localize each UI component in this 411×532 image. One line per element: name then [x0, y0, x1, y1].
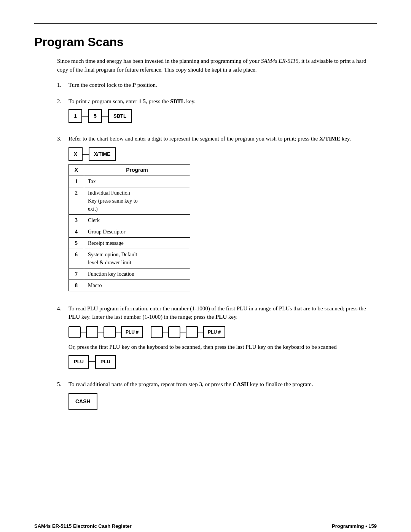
table-cell-program: Receipt message — [84, 237, 190, 249]
step-1-number: 1. — [57, 81, 68, 89]
table-row: 6 System option, Defaultlevel & drawer l… — [69, 249, 190, 268]
step-5-content: To read additional parts of the program,… — [68, 380, 377, 414]
step-2-content: To print a program scan, enter 1 5, pres… — [68, 97, 377, 127]
table-row: 5 Receipt message — [69, 237, 190, 249]
table-cell-x: 4 — [69, 226, 84, 237]
sq-key — [186, 326, 198, 338]
step-4-content: To read PLU program information, enter t… — [68, 304, 377, 372]
step-1-content: Turn the control lock to the P position. — [68, 81, 377, 89]
step-2-number: 2. — [57, 97, 68, 106]
page-footer: SAM4s ER-5115 Electronic Cash Register P… — [0, 520, 411, 532]
table-cell-program: Function key location — [84, 268, 190, 280]
sq-key — [151, 326, 163, 338]
table-cell-x: 8 — [69, 280, 84, 291]
table-cell-x: 3 — [69, 214, 84, 226]
key-plu-2: PLU — [95, 355, 116, 369]
sq-key — [86, 326, 98, 338]
table-cell-program: Individual FunctionKey (press same key t… — [84, 187, 190, 214]
plu-key-row: PLU # PLU # — [68, 326, 377, 338]
program-table: X Program 1 Tax 2 Individual FunctionKey… — [68, 164, 190, 291]
table-row: 7 Function key location — [69, 268, 190, 280]
table-row: 4 Group Descriptor — [69, 226, 190, 237]
step-1: 1. Turn the control lock to the P positi… — [57, 81, 377, 89]
step-3: 3. Refer to the chart below and enter a … — [57, 134, 377, 297]
plu-hash-key-1: PLU # — [121, 326, 143, 338]
table-cell-x: 7 — [69, 268, 84, 280]
plu-hash-key-2: PLU # — [203, 326, 225, 338]
table-row: 8 Macro — [69, 280, 190, 291]
key-1: 1 — [68, 109, 82, 123]
table-cell-program: Group Descriptor — [84, 226, 190, 237]
sq-key — [168, 326, 180, 338]
step-4-number: 4. — [57, 304, 68, 313]
step-3-content: Refer to the chart below and enter a dig… — [68, 134, 377, 297]
table-cell-program: Tax — [84, 176, 190, 187]
key-x: X — [68, 147, 83, 161]
step-4: 4. To read PLU program information, ente… — [57, 304, 377, 372]
cash-key-row: CASH — [68, 393, 377, 410]
table-cell-x: 5 — [69, 237, 84, 249]
table-cell-x: 2 — [69, 187, 84, 214]
table-cell-program: Clerk — [84, 214, 190, 226]
sq-key — [104, 326, 116, 338]
step-5: 5. To read additional parts of the progr… — [57, 380, 377, 414]
step-2: 2. To print a program scan, enter 1 5, p… — [57, 97, 377, 127]
table-cell-program: Macro — [84, 280, 190, 291]
footer-left: SAM4s ER-5115 Electronic Cash Register — [34, 523, 132, 529]
key-row-xtime: X X/TIME — [68, 147, 377, 161]
key-sbtl: SBTL — [108, 109, 132, 123]
table-cell-x: 6 — [69, 249, 84, 268]
footer-right: Programming • 159 — [332, 523, 377, 529]
key-row-sbtl: 1 5 SBTL — [68, 109, 377, 123]
page-title: Program Scans — [34, 35, 377, 49]
table-row: 2 Individual FunctionKey (press same key… — [69, 187, 190, 214]
step-3-number: 3. — [57, 134, 68, 143]
key-cash: CASH — [68, 393, 97, 410]
key-xtime: X/TIME — [89, 147, 116, 161]
plu-plu-row: PLU PLU — [68, 355, 377, 369]
table-cell-x: 1 — [69, 176, 84, 187]
table-header-x: X — [69, 164, 84, 176]
table-header-program: Program — [84, 164, 190, 176]
table-row: 3 Clerk — [69, 214, 190, 226]
key-plu-1: PLU — [68, 355, 89, 369]
or-text: Or, press the first PLU key on the keybo… — [68, 343, 377, 351]
table-row: 1 Tax — [69, 176, 190, 187]
intro-paragraph: Since much time and energy has been inve… — [57, 57, 377, 74]
table-cell-program: System option, Defaultlevel & drawer lim… — [84, 249, 190, 268]
key-5: 5 — [88, 109, 102, 123]
sq-key — [68, 326, 81, 338]
step-5-number: 5. — [57, 380, 68, 389]
